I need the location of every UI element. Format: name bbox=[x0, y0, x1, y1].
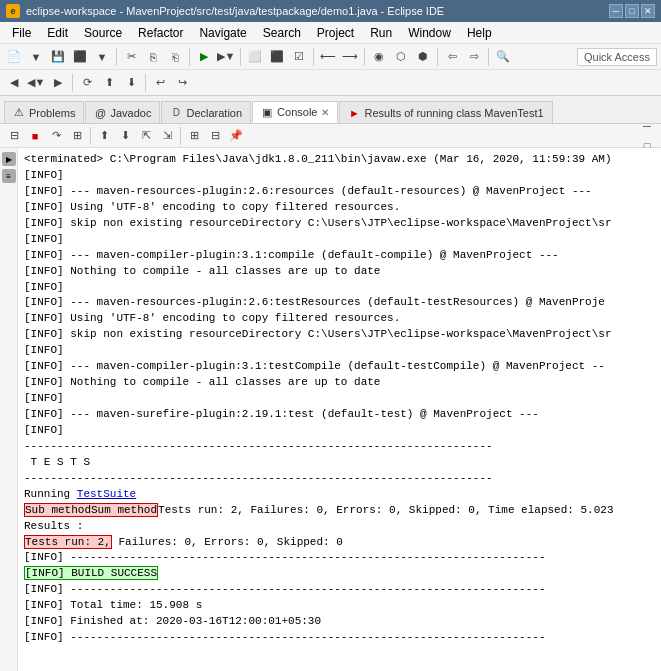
quick-access-field[interactable]: Quick Access bbox=[577, 48, 657, 66]
tab-declaration-label: Declaration bbox=[186, 107, 242, 119]
tab-javadoc-label: Javadoc bbox=[110, 107, 151, 119]
tb2-btn-6[interactable]: ⬇ bbox=[121, 73, 141, 93]
console-minimize-button[interactable]: ─ bbox=[637, 116, 657, 136]
menu-help[interactable]: Help bbox=[459, 24, 500, 42]
console-icon: ▣ bbox=[261, 106, 273, 118]
tb-btn-3[interactable]: 💾 bbox=[48, 47, 68, 67]
menu-search[interactable]: Search bbox=[255, 24, 309, 42]
toolbar-sep-7 bbox=[488, 48, 489, 66]
tab-declaration[interactable]: D Declaration bbox=[161, 101, 251, 123]
tb-btn-11[interactable]: ☑ bbox=[289, 47, 309, 67]
tb-btn-9[interactable]: ⬜ bbox=[245, 47, 265, 67]
console-btn-4[interactable]: ⊞ bbox=[67, 126, 87, 146]
console-btn-10[interactable]: ⊟ bbox=[205, 126, 225, 146]
console-output[interactable]: <terminated> C:\Program Files\Java\jdk1.… bbox=[18, 148, 661, 671]
tb-btn-run2[interactable]: ▶▼ bbox=[216, 47, 236, 67]
tb2-btn-1[interactable]: ◀ bbox=[4, 73, 24, 93]
tb-btn-2[interactable]: ▼ bbox=[26, 47, 46, 67]
menu-window[interactable]: Window bbox=[400, 24, 459, 42]
console-line: [INFO] Finished at: 2020-03-16T12:00:01+… bbox=[24, 614, 655, 630]
tb-btn-4[interactable]: ⬛ bbox=[70, 47, 90, 67]
console-stop-button[interactable]: ■ bbox=[25, 126, 45, 146]
console-line: [INFO] Using 'UTF-8' encoding to copy fi… bbox=[24, 311, 655, 327]
console-line: [INFO] skip non existing resourceDirecto… bbox=[24, 327, 655, 343]
tb-btn-18[interactable]: ⇨ bbox=[464, 47, 484, 67]
console-line: [INFO] bbox=[24, 280, 655, 296]
highlighted-green: [INFO] BUILD SUCCESS bbox=[24, 566, 158, 580]
console-line: [INFO] Total time: 15.908 s bbox=[24, 598, 655, 614]
menu-navigate[interactable]: Navigate bbox=[191, 24, 254, 42]
tab-results[interactable]: ► Results of running class MavenTest1 bbox=[339, 101, 552, 123]
side-icon-2[interactable]: ≡ bbox=[2, 169, 16, 183]
tb-btn-12[interactable]: ⟵ bbox=[318, 47, 338, 67]
title-bar: e eclipse-workspace - MavenProject/src/t… bbox=[0, 0, 661, 22]
side-icon-1[interactable]: ▶ bbox=[2, 152, 16, 166]
console-line: [INFO] bbox=[24, 343, 655, 359]
main-toolbar: 📄 ▼ 💾 ⬛ ▼ ✂ ⎘ ⎗ ▶ ▶▼ ⬜ ⬛ ☑ ⟵ ⟶ ◉ ⬡ ⬢ ⇦ ⇨… bbox=[0, 44, 661, 70]
tb2-btn-2[interactable]: ◀▼ bbox=[26, 73, 46, 93]
console-close-icon[interactable]: ✕ bbox=[321, 107, 329, 118]
new-button[interactable]: 📄 bbox=[4, 47, 24, 67]
console-line: Sub methodSum methodTests run: 2, Failur… bbox=[24, 503, 655, 519]
console-line: [INFO] --- maven-surefire-plugin:2.19.1:… bbox=[24, 407, 655, 423]
tb2-btn-7[interactable]: ↩ bbox=[150, 73, 170, 93]
main-area: ▶ ≡ <terminated> C:\Program Files\Java\j… bbox=[0, 148, 661, 671]
console-line: [INFO] --- maven-compiler-plugin:3.1:com… bbox=[24, 248, 655, 264]
tb-btn-17[interactable]: ⇦ bbox=[442, 47, 462, 67]
tb-btn-19[interactable]: 🔍 bbox=[493, 47, 513, 67]
menu-source[interactable]: Source bbox=[76, 24, 130, 42]
highlighted-red: Tests run: 2, bbox=[24, 535, 112, 549]
testsuite-link[interactable]: TestSuite bbox=[77, 488, 136, 500]
console-line: T E S T S bbox=[24, 455, 655, 471]
toolbar2-sep-1 bbox=[72, 74, 73, 92]
console-sep-1 bbox=[90, 127, 91, 145]
javadoc-icon: @ bbox=[94, 107, 106, 119]
tab-results-label: Results of running class MavenTest1 bbox=[364, 107, 543, 119]
console-btn-9[interactable]: ⊞ bbox=[184, 126, 204, 146]
tab-javadoc[interactable]: @ Javadoc bbox=[85, 101, 160, 123]
console-btn-6[interactable]: ⬇ bbox=[115, 126, 135, 146]
side-icons: ▶ ≡ bbox=[0, 148, 18, 671]
console-line: [INFO] --- maven-resources-plugin:2.6:re… bbox=[24, 184, 655, 200]
console-btn-7[interactable]: ⇱ bbox=[136, 126, 156, 146]
console-line: [INFO] ---------------------------------… bbox=[24, 630, 655, 646]
problems-icon: ⚠ bbox=[13, 107, 25, 119]
console-line: [INFO] bbox=[24, 391, 655, 407]
console-toolbar: ⊟ ■ ↷ ⊞ ⬆ ⬇ ⇱ ⇲ ⊞ ⊟ 📌 ─ □ bbox=[0, 124, 661, 148]
minimize-button[interactable]: ─ bbox=[609, 4, 623, 18]
console-btn-8[interactable]: ⇲ bbox=[157, 126, 177, 146]
tb-btn-run[interactable]: ▶ bbox=[194, 47, 214, 67]
menu-file[interactable]: File bbox=[4, 24, 39, 42]
tb-btn-5[interactable]: ▼ bbox=[92, 47, 112, 67]
console-line: Tests run: 2, Failures: 0, Errors: 0, Sk… bbox=[24, 535, 655, 551]
console-btn-3[interactable]: ↷ bbox=[46, 126, 66, 146]
tb-btn-13[interactable]: ⟶ bbox=[340, 47, 360, 67]
console-btn-5[interactable]: ⬆ bbox=[94, 126, 114, 146]
tb2-btn-8[interactable]: ↪ bbox=[172, 73, 192, 93]
tb-btn-10[interactable]: ⬛ bbox=[267, 47, 287, 67]
console-clear-button[interactable]: ⊟ bbox=[4, 126, 24, 146]
menu-refactor[interactable]: Refactor bbox=[130, 24, 191, 42]
menu-edit[interactable]: Edit bbox=[39, 24, 76, 42]
tab-problems[interactable]: ⚠ Problems bbox=[4, 101, 84, 123]
tb-btn-8[interactable]: ⎗ bbox=[165, 47, 185, 67]
declaration-icon: D bbox=[170, 107, 182, 119]
tab-console[interactable]: ▣ Console ✕ bbox=[252, 101, 338, 123]
tb2-btn-5[interactable]: ⬆ bbox=[99, 73, 119, 93]
app-icon: e bbox=[6, 4, 20, 18]
close-button[interactable]: ✕ bbox=[641, 4, 655, 18]
tb-btn-16[interactable]: ⬢ bbox=[413, 47, 433, 67]
tb-btn-15[interactable]: ⬡ bbox=[391, 47, 411, 67]
console-pin-button[interactable]: 📌 bbox=[226, 126, 246, 146]
toolbar2-sep-2 bbox=[145, 74, 146, 92]
menu-project[interactable]: Project bbox=[309, 24, 362, 42]
tb2-btn-3[interactable]: ▶ bbox=[48, 73, 68, 93]
tb-btn-7[interactable]: ⎘ bbox=[143, 47, 163, 67]
tb-btn-14[interactable]: ◉ bbox=[369, 47, 389, 67]
tb-btn-6[interactable]: ✂ bbox=[121, 47, 141, 67]
menu-run[interactable]: Run bbox=[362, 24, 400, 42]
console-wrapper: <terminated> C:\Program Files\Java\jdk1.… bbox=[18, 148, 661, 671]
tb2-btn-4[interactable]: ⟳ bbox=[77, 73, 97, 93]
maximize-button[interactable]: □ bbox=[625, 4, 639, 18]
console-line: ----------------------------------------… bbox=[24, 439, 655, 455]
